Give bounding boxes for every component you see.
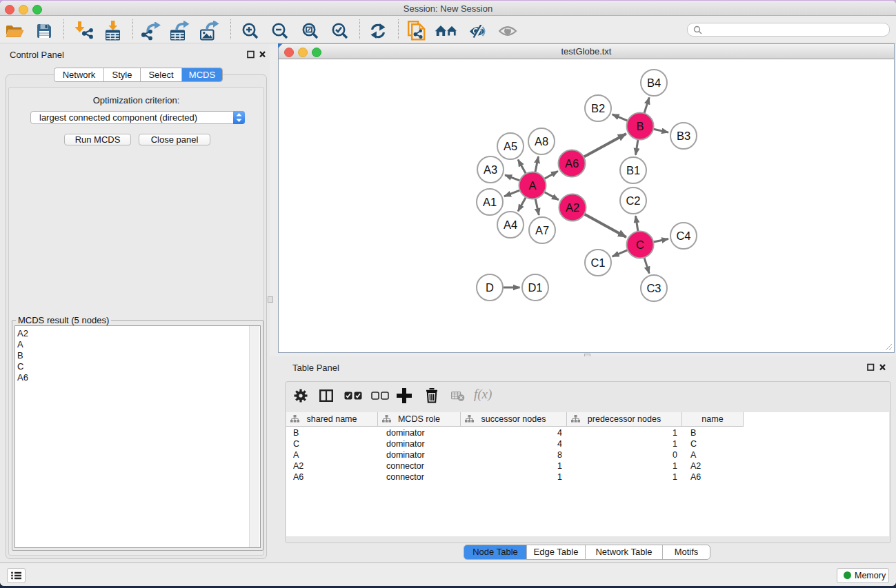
svg-text:A8: A8: [535, 135, 548, 148]
svg-text:C4: C4: [676, 230, 690, 242]
svg-text:A: A: [528, 179, 536, 192]
svg-text:B: B: [636, 120, 644, 132]
svg-text:C1: C1: [590, 256, 605, 269]
svg-text:A6: A6: [565, 157, 579, 170]
svg-text:C2: C2: [626, 194, 640, 207]
svg-text:A1: A1: [483, 196, 497, 208]
svg-text:A5: A5: [504, 140, 517, 152]
svg-text:A7: A7: [535, 224, 549, 236]
svg-text:D: D: [486, 281, 494, 294]
svg-text:B1: B1: [626, 164, 640, 176]
svg-text:A4: A4: [504, 219, 517, 231]
svg-text:A3: A3: [484, 163, 497, 176]
svg-text:D1: D1: [528, 281, 542, 294]
svg-text:B4: B4: [647, 77, 661, 89]
svg-text:C3: C3: [646, 282, 661, 294]
svg-text:B2: B2: [591, 102, 605, 114]
svg-text:C: C: [636, 239, 644, 251]
svg-text:B3: B3: [677, 130, 690, 142]
svg-text:A2: A2: [566, 201, 579, 214]
